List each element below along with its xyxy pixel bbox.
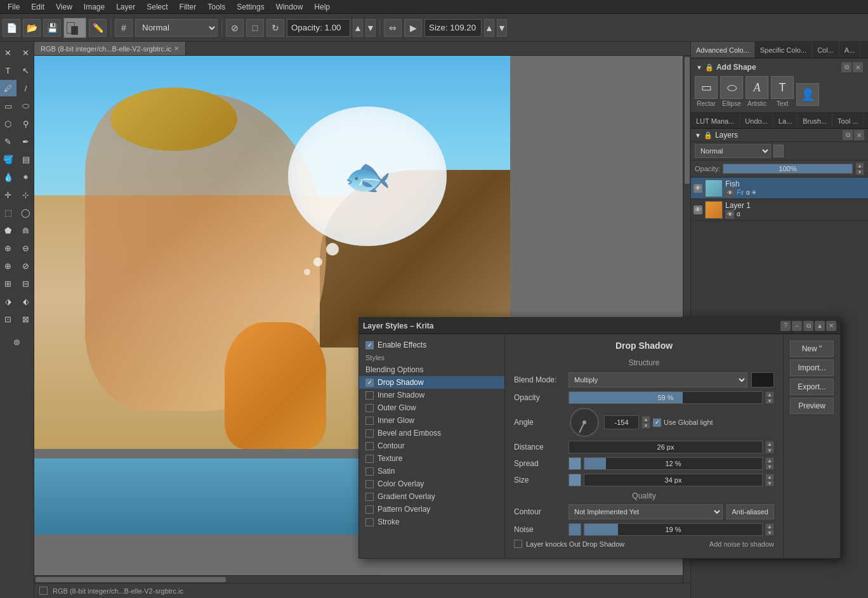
ds-distance-slider[interactable]: 26 px bbox=[569, 441, 763, 453]
style-satin[interactable]: Satin bbox=[359, 465, 504, 478]
style-pattern-overlay[interactable]: Pattern Overlay bbox=[359, 503, 504, 516]
tool-rect[interactable]: ▭ bbox=[0, 98, 16, 114]
save-button[interactable]: 💾 bbox=[43, 19, 61, 37]
ds-opacity-up[interactable]: ▲ bbox=[765, 391, 774, 398]
tool-cage[interactable]: ⊠ bbox=[18, 311, 34, 327]
outer-glow-checkbox[interactable] bbox=[365, 404, 374, 412]
layer-vis-fish[interactable]: 👁 bbox=[694, 184, 702, 193]
layers-opacity-up[interactable]: ▲ bbox=[855, 162, 864, 169]
ds-color-swatch[interactable] bbox=[751, 372, 774, 387]
tool-select-rect[interactable]: ⬚ bbox=[0, 204, 16, 221]
ds-distance-down[interactable]: ▼ bbox=[765, 447, 774, 453]
style-outer-glow[interactable]: Outer Glow bbox=[359, 401, 504, 414]
texture-checkbox[interactable] bbox=[365, 455, 374, 463]
inner-shadow-checkbox[interactable] bbox=[365, 391, 374, 400]
angle-down[interactable]: ▼ bbox=[641, 422, 650, 429]
tab-lut-manager[interactable]: LUT Mana... bbox=[691, 114, 740, 128]
tab-advanced-color[interactable]: Advanced Colo... bbox=[691, 42, 755, 58]
tool-select-ellipse[interactable]: ◯ bbox=[18, 204, 34, 221]
tool-poly[interactable]: ⬡ bbox=[0, 115, 16, 132]
menu-layer[interactable]: Layer bbox=[111, 1, 140, 13]
menu-select[interactable]: Select bbox=[141, 1, 173, 13]
tool-smudge[interactable]: ⁕ bbox=[18, 169, 34, 185]
ds-spread-up[interactable]: ▲ bbox=[765, 457, 774, 464]
pattern-overlay-checkbox[interactable] bbox=[365, 505, 374, 514]
dialog-minimize-button[interactable]: – bbox=[792, 321, 802, 331]
menu-help[interactable]: Help bbox=[309, 1, 335, 13]
tool-pencil[interactable]: ✎ bbox=[0, 133, 16, 150]
tool-calligraphy[interactable]: ✒ bbox=[18, 133, 34, 150]
angle-input[interactable] bbox=[604, 415, 639, 429]
tool-arrow[interactable]: ↖ bbox=[18, 62, 34, 79]
dialog-close-button[interactable]: ✕ bbox=[826, 321, 836, 331]
add-shape-float-button[interactable]: ⧉ bbox=[841, 62, 852, 72]
style-drop-shadow[interactable]: Drop Shadow bbox=[359, 376, 504, 389]
refresh-button[interactable]: ↻ bbox=[266, 19, 284, 37]
style-stroke[interactable]: Stroke bbox=[359, 516, 504, 528]
tool-pan[interactable]: ⊖ bbox=[18, 240, 34, 256]
tab-la[interactable]: La... bbox=[773, 114, 798, 128]
tool-fill[interactable]: 🪣 bbox=[0, 151, 16, 167]
mirror-v-button[interactable]: ▶ bbox=[404, 19, 422, 37]
shape-tool-avatar[interactable]: 👤 bbox=[796, 83, 819, 107]
menu-settings[interactable]: Settings bbox=[232, 1, 269, 13]
tool-gradient[interactable]: ▤ bbox=[18, 151, 34, 167]
canvas-tab-active[interactable]: RGB (8-bit integer/ch...B-elle-V2-srgbtr… bbox=[34, 42, 186, 55]
opacity-input[interactable] bbox=[287, 19, 350, 37]
shape-tool-artistic[interactable]: A Artistic bbox=[746, 76, 768, 107]
dialog-help-button[interactable]: ? bbox=[780, 321, 791, 331]
tool-grid[interactable]: ⊞ bbox=[0, 275, 16, 292]
layers-mode-select[interactable]: Normal bbox=[695, 144, 771, 158]
dialog-float-button[interactable]: ⧉ bbox=[803, 321, 813, 331]
ds-size-up[interactable]: ▲ bbox=[765, 474, 774, 480]
menu-edit[interactable]: Edit bbox=[26, 1, 49, 13]
new-button[interactable]: 📄 bbox=[3, 19, 20, 37]
opacity-up[interactable]: ▲ bbox=[353, 19, 363, 37]
tool-crop[interactable]: ⊹ bbox=[18, 186, 34, 203]
layer-item-fish[interactable]: 👁 Fish 👁 Fx α ✳ bbox=[691, 178, 868, 199]
ds-spread-down[interactable]: ▼ bbox=[765, 464, 774, 470]
style-bevel-emboss[interactable]: Bevel and Emboss bbox=[359, 427, 504, 439]
blend-mode-select[interactable]: Normal bbox=[135, 19, 218, 37]
contour-checkbox[interactable] bbox=[365, 442, 374, 450]
eraser-button[interactable]: ⊘ bbox=[226, 19, 244, 37]
bevel-emboss-checkbox[interactable] bbox=[365, 429, 374, 438]
menu-filter[interactable]: Filter bbox=[174, 1, 202, 13]
layers-opacity-slider[interactable]: 100% bbox=[723, 164, 853, 174]
inner-glow-checkbox[interactable] bbox=[365, 417, 374, 425]
tool-colorpicker[interactable]: 💧 bbox=[0, 169, 16, 185]
contour-select[interactable]: Not Implemented Yet bbox=[569, 504, 723, 519]
import-button[interactable]: Import... bbox=[790, 360, 834, 376]
shape-tool-ellipse[interactable]: ⬭ Ellipse bbox=[720, 76, 743, 107]
tool-similar-select[interactable]: ⬖ bbox=[18, 293, 34, 309]
menu-tools[interactable]: Tools bbox=[202, 1, 230, 13]
canvas-scroll-thumb-h[interactable] bbox=[36, 577, 226, 582]
style-inner-shadow[interactable]: Inner Shadow bbox=[359, 389, 504, 401]
tool-ellipse[interactable]: ⬭ bbox=[18, 98, 34, 114]
grid-button[interactable]: # bbox=[115, 19, 133, 37]
color-swatch[interactable] bbox=[63, 18, 86, 38]
layers-close-button[interactable]: ✕ bbox=[854, 130, 864, 140]
size-input[interactable] bbox=[424, 19, 482, 37]
menu-view[interactable]: View bbox=[51, 1, 77, 13]
tab-undo[interactable]: Undo... bbox=[740, 114, 773, 128]
use-global-light-checkbox[interactable] bbox=[653, 419, 661, 427]
tool-select-poly[interactable]: ⬟ bbox=[0, 222, 16, 238]
drop-shadow-checkbox[interactable] bbox=[365, 379, 374, 387]
blending-options-item[interactable]: Blending Options bbox=[359, 363, 504, 376]
ds-noise-up[interactable]: ▲ bbox=[765, 523, 774, 530]
preserve-alpha-button[interactable]: □ bbox=[246, 19, 264, 37]
layer-vis-layer1[interactable]: 👁 bbox=[694, 205, 702, 214]
layers-float-button[interactable]: ⧉ bbox=[843, 130, 853, 140]
stroke-checkbox[interactable] bbox=[365, 518, 374, 526]
ds-size-slider[interactable]: 34 px bbox=[584, 474, 763, 486]
enable-effects-checkbox[interactable] bbox=[365, 341, 374, 349]
status-checkbox[interactable] bbox=[39, 587, 48, 595]
tool-zoom[interactable]: ⊕ bbox=[0, 240, 16, 256]
shape-tool-text[interactable]: T Text bbox=[771, 76, 794, 107]
style-inner-glow[interactable]: Inner Glow bbox=[359, 414, 504, 427]
tool-close[interactable]: ✕ bbox=[18, 44, 34, 61]
tool-paint[interactable]: 🖊 bbox=[0, 80, 16, 96]
tab-specific-color[interactable]: Specific Colo... bbox=[755, 42, 812, 58]
open-button[interactable]: 📂 bbox=[23, 19, 41, 37]
